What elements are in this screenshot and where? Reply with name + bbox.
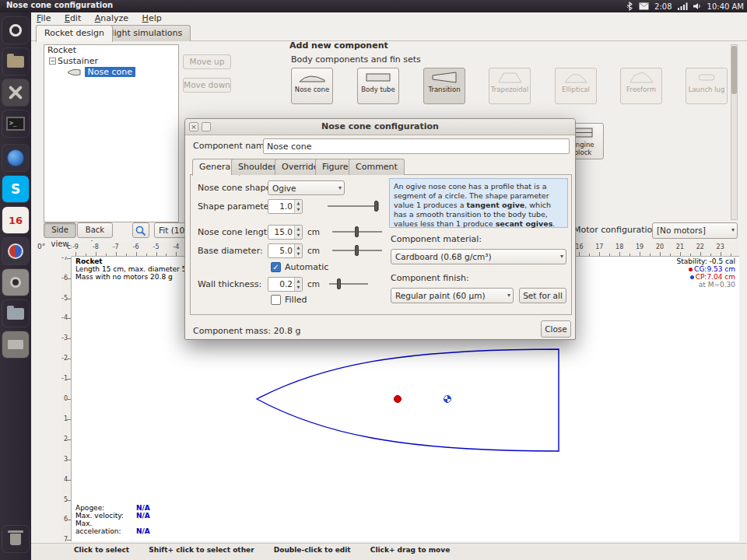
spinner-arrows-icon[interactable]: ▲▼ <box>294 278 302 291</box>
top-panel: Nose cone configuration 2:08 10:40 AM <box>0 0 747 12</box>
length-slider[interactable] <box>332 226 382 237</box>
clock[interactable]: 10:40 AM <box>707 2 744 11</box>
close-button[interactable]: Close <box>541 320 571 338</box>
add-component-title: Add new component <box>289 40 388 51</box>
material-select[interactable]: Cardboard (0.68 g/cm³)▾ <box>391 249 566 264</box>
add-bodytube-button[interactable]: Body tube <box>357 68 399 104</box>
component-tree[interactable]: Rocket −Sustainer Nose cone <box>44 44 179 222</box>
diameter-label: Base diameter: <box>198 246 263 256</box>
scrollbar-thumb[interactable] <box>731 46 737 94</box>
vertical-ruler: -7-6-5-4-3-2-101234567 <box>61 257 72 541</box>
set-for-all-button[interactable]: Set for all <box>519 288 566 303</box>
skype-icon[interactable]: S <box>2 176 29 202</box>
filled-checkbox[interactable] <box>271 295 281 305</box>
wall-thickness-slider[interactable] <box>329 278 368 289</box>
component-panel-scrollbar[interactable] <box>731 44 738 220</box>
flight-info: Apogee:N/A Max. velocity:N/A Max. accele… <box>75 504 150 535</box>
spinner-arrows-icon[interactable]: ▲▼ <box>294 226 302 239</box>
add-nosecone-button[interactable]: Nose cone <box>291 68 333 104</box>
add-component-subtitle: Body components and fin sets <box>291 54 421 65</box>
dialog-titlebar[interactable]: × Nose cone configuration <box>185 119 575 135</box>
signal-icon[interactable] <box>678 2 688 10</box>
elliptical-fin-icon <box>562 71 590 84</box>
menu-help[interactable]: Help <box>137 12 167 23</box>
tree-item-rocket[interactable]: Rocket <box>44 45 178 56</box>
diameter-slider[interactable] <box>332 245 382 256</box>
shape-parameter-spinner[interactable]: 1.0 ▲▼ <box>268 199 303 214</box>
add-transition-button[interactable]: Transition <box>423 68 465 104</box>
dialog-title: Nose cone configuration <box>185 121 575 131</box>
motor-configuration-select[interactable]: [No motors]▾ <box>652 222 738 239</box>
motor-configuration-label: Motor configuration: <box>573 225 661 235</box>
shape-description: An ogive nose cone has a profile that is… <box>389 178 568 228</box>
stability-summary: Stability: -0.5 cal CG:9.53 cm CP:7.04 c… <box>677 257 735 289</box>
add-launchlug-button[interactable]: Launch lug <box>686 68 728 104</box>
desktop: Nose cone configuration 2:08 10:40 AM >_ <box>0 0 747 560</box>
timer-indicator[interactable]: 2:08 <box>654 2 672 11</box>
rotation-indicator[interactable]: 0° <box>37 243 45 250</box>
volume-icon[interactable] <box>693 2 702 10</box>
menu-file[interactable]: File <box>31 12 56 23</box>
finish-select[interactable]: Regular paint (60 µm)▾ <box>391 288 514 303</box>
diameter-spinner[interactable]: 5.0 ▲▼ <box>268 243 303 258</box>
component-name-input[interactable] <box>263 138 570 154</box>
tree-item-nosecone[interactable]: Nose cone <box>44 67 178 78</box>
files-icon[interactable] <box>2 48 29 75</box>
menubar: File Edit Analyze Help <box>31 12 747 24</box>
screenshot-icon[interactable] <box>2 269 29 296</box>
dash-icon[interactable] <box>2 17 29 44</box>
shape-parameter-label: Shape parameter: <box>198 201 275 212</box>
component-mass-label: Component mass: 20.8 g <box>193 326 300 336</box>
dialog-tab-comment[interactable]: Comment <box>349 159 405 175</box>
tab-rocket-design[interactable]: Rocket design <box>36 25 113 42</box>
spinner-arrows-icon[interactable]: ▲▼ <box>294 200 302 213</box>
material-label: Component material: <box>391 234 482 244</box>
length-spinner[interactable]: 15.0 ▲▼ <box>268 225 303 240</box>
automatic-checkbox[interactable]: ✓ <box>271 262 281 272</box>
move-down-button[interactable]: Move down <box>183 78 231 93</box>
cg-dot-icon <box>689 268 693 271</box>
add-freeform-button[interactable]: Freeform <box>620 68 662 104</box>
length-unit: cm <box>307 227 320 236</box>
component-name-label: Component name: <box>193 141 272 151</box>
add-elliptical-button[interactable]: Elliptical <box>555 68 597 104</box>
mail-icon[interactable] <box>639 2 649 10</box>
trash-icon[interactable] <box>2 526 29 552</box>
back-view-toggle[interactable]: Back view <box>77 222 113 238</box>
diameter-unit: cm <box>307 246 320 255</box>
tree-stage-label: Sustainer <box>58 56 98 66</box>
menu-analyze[interactable]: Analyze <box>89 12 134 23</box>
cp-value: CP:7.04 cm <box>696 273 735 281</box>
cg-value: CG:9.53 cm <box>694 265 735 273</box>
browser-icon[interactable] <box>2 145 29 171</box>
length-label: Nose cone length: <box>198 227 275 237</box>
archive-icon[interactable] <box>2 331 29 358</box>
menu-edit[interactable]: Edit <box>59 12 86 23</box>
tree-item-sustainer[interactable]: −Sustainer <box>44 56 178 67</box>
shape-select[interactable]: Ogive▾ <box>268 180 345 195</box>
zoom-button[interactable] <box>132 222 149 238</box>
filled-label: Filled <box>285 295 307 305</box>
video-editor-icon[interactable]: 16 <box>2 207 29 233</box>
bluetooth-icon[interactable] <box>626 2 633 11</box>
nosecone-mini-icon <box>66 68 82 76</box>
nosecone-outline[interactable] <box>257 349 559 451</box>
move-up-button[interactable]: Move up <box>183 54 231 69</box>
add-trapezoidal-button[interactable]: Trapezoidal <box>489 68 531 104</box>
spinner-arrows-icon[interactable]: ▲▼ <box>294 244 302 257</box>
documents-folder-icon[interactable] <box>2 300 29 327</box>
tools-icon[interactable] <box>2 79 29 106</box>
shape-parameter-slider[interactable] <box>328 201 379 212</box>
freeform-fin-icon <box>627 71 655 84</box>
transition-icon <box>430 71 458 84</box>
terminal-icon[interactable]: >_ <box>2 110 29 137</box>
status-bar: Click to select Shift+ click to select o… <box>31 543 747 560</box>
cg-marker <box>395 396 402 403</box>
wall-thickness-label: Wall thickness: <box>198 279 261 289</box>
side-view-toggle[interactable]: Side view <box>44 222 76 238</box>
nosecone-icon <box>298 71 326 84</box>
media-player-icon[interactable] <box>2 238 29 264</box>
wall-thickness-spinner[interactable]: 0.2 ▲▼ <box>268 277 303 292</box>
expander-icon[interactable]: − <box>49 58 56 65</box>
automatic-label: Automatic <box>285 262 328 272</box>
